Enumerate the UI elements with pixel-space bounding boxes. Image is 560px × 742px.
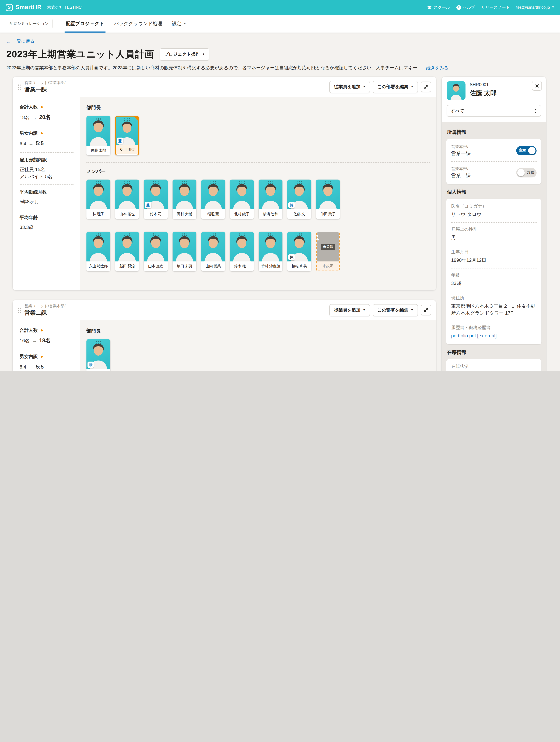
unregistered-person-icon (317, 234, 320, 241)
company-name: 株式会社 TESTINC (47, 5, 82, 10)
member-tile[interactable]: 兼鈴木 司 (144, 179, 168, 219)
department-members: 部門長佐藤 太郎兼及川 明香メンバー林 理子山本 拓也兼鈴木 司岡村 大輔稲垣 … (80, 97, 436, 290)
nav-tabs: 配置プロジェクトバックグラウンド処理設定▼ (61, 15, 191, 33)
help-link[interactable]: ? ヘルプ (456, 5, 475, 10)
arrow-right-icon: → (29, 365, 34, 370)
member-tile[interactable]: 永山 祐太郎 (87, 232, 110, 271)
member-tile[interactable]: 横溝 智和 (259, 179, 283, 219)
profile-field-label: 履歴書・職務経歴書 (451, 325, 537, 331)
account-email: test@smarthr.co.jp (516, 5, 550, 9)
stat-label: 平均年齢 (19, 214, 73, 221)
smarthr-logo[interactable]: S SmartHR (6, 4, 42, 11)
profile-field-label: 年齢 (451, 272, 537, 278)
arrow-right-icon: → (29, 141, 34, 147)
member-tile[interactable]: 鈴木 雄一 (230, 232, 254, 271)
member-tiles-row: 林 理子山本 拓也兼鈴木 司岡村 大輔稲垣 薫北村 綾子横溝 智和兼佐藤 文仲田… (87, 179, 430, 219)
member-tile[interactable]: 岡村 大輔 (172, 179, 196, 219)
stat-value: 正社員 15名アルバイト 5名 (19, 166, 73, 180)
employee-name: 佐藤 太郎 (470, 89, 497, 97)
account-menu[interactable]: test@smarthr.co.jp ▼ (516, 5, 554, 9)
department-stats: 合計人数16名→18名男女内訳6:4→5:5雇用形態内訳正社員 11名アルバイト… (13, 320, 80, 371)
logo-text: SmartHR (15, 4, 42, 11)
profile-field-row: 年齢33歳 (451, 268, 537, 291)
member-tile[interactable]: 仲田 葉子 (316, 179, 340, 219)
tab-1[interactable]: 配置プロジェクト (61, 15, 109, 33)
caret-down-icon: ▼ (411, 86, 413, 88)
add-employee-button[interactable]: 従業員を追加▼ (329, 304, 370, 316)
stat-value: 6:4→5:5 (19, 140, 73, 148)
read-more-link[interactable]: 続きをみる (426, 65, 448, 71)
profile-field-value: 1990年12月12日 (451, 257, 537, 264)
department-title: 営業一課 (24, 86, 65, 94)
member-tile[interactable]: 佐藤 太郎 (87, 116, 110, 155)
person-silhouette (144, 232, 168, 261)
profile-section-panel: 在籍状況在籍中雇用形態正社員入社年月日2016年12月12日退職年月日-----… (446, 359, 542, 371)
toggle-knob (528, 147, 536, 154)
unset-member-tile[interactable]: 未登録未設定 (316, 232, 340, 271)
person-silhouette (316, 179, 340, 209)
primary-duty-toggle[interactable]: 主務 (516, 146, 537, 155)
profile-field-label: 生年月日 (451, 249, 537, 255)
group-divider (87, 162, 430, 163)
person-silhouette (115, 179, 139, 209)
dept-head-label: 部門長 (87, 105, 430, 111)
release-notes-link[interactable]: リリースノート (481, 5, 510, 10)
add-employee-button[interactable]: 従業員を追加▼ (329, 81, 370, 93)
member-tile[interactable]: 兼及川 明香 (87, 339, 110, 371)
member-tile[interactable]: 北村 綾子 (230, 179, 254, 219)
member-tile[interactable]: 山本 慶次 (144, 232, 168, 271)
profile-filter-select[interactable]: すべて (447, 105, 541, 116)
member-tile[interactable]: 休植松 和義 (287, 232, 311, 271)
member-tile[interactable]: 新田 賢治 (115, 232, 139, 271)
member-name: 山内 愛菜 (201, 261, 225, 271)
collapse-department-button[interactable] (421, 305, 431, 315)
member-photo (316, 179, 340, 209)
tab-3[interactable]: 設定▼ (167, 15, 191, 33)
profile-file-link[interactable]: portfolio.pdf [external] (451, 333, 537, 339)
profile-field-value: 東京都港区六本木３丁目２−１ 住友不動産六本木グランドタワー 17F (451, 303, 537, 317)
member-tile[interactable]: 竹村 沙也加 (259, 232, 283, 271)
stat-item: 男女内訳6:4→5:5 (19, 350, 73, 371)
profile-field-label: 在籍状況 (451, 364, 537, 370)
project-actions-button[interactable]: プロジェクト操作 ▼ (160, 48, 209, 60)
member-name: 永山 祐太郎 (87, 261, 110, 271)
school-link[interactable]: スクール (427, 5, 450, 10)
profile-field-label: 現住所 (451, 295, 537, 301)
member-tile[interactable]: 兼佐藤 文 (287, 179, 311, 219)
stat-value: 33.3歳 (19, 224, 73, 231)
back-arrow-icon: ← (6, 39, 11, 44)
back-to-list-link[interactable]: ← 一覧に戻る (6, 39, 35, 45)
affiliation-section-title: 所属情報 (447, 129, 541, 136)
close-icon (535, 84, 539, 88)
member-tile[interactable]: 稲垣 薫 (201, 179, 225, 219)
stat-label: 男女内訳 (19, 354, 73, 360)
profile-sections: 個人情報氏名（ヨミガナ）サトウ タロウ戸籍上の性別男生年月日1990年12月12… (446, 189, 542, 371)
app-root: S SmartHR 株式会社 TESTINC スクール ? ヘルプ リリースノー… (0, 0, 560, 371)
person-silhouette (259, 179, 283, 209)
drag-handle-icon[interactable] (17, 307, 21, 313)
member-photo (172, 232, 196, 261)
member-photo (201, 232, 225, 261)
collapse-department-button[interactable] (421, 82, 431, 92)
member-tile[interactable]: 山内 愛菜 (201, 232, 225, 271)
stat-item: 合計人数18名→20名 (19, 100, 73, 126)
leave-badge: 休 (289, 254, 295, 260)
member-photo (230, 232, 254, 261)
edit-department-button[interactable]: この部署を編集▼ (373, 304, 418, 316)
person-silhouette (230, 232, 254, 261)
dept-head-label: 部門長 (87, 328, 430, 334)
close-panel-button[interactable] (532, 81, 542, 91)
drag-handle-icon[interactable] (17, 84, 21, 90)
member-tile[interactable]: 兼及川 明香 (115, 116, 139, 155)
member-name: 佐藤 文 (287, 209, 311, 219)
edit-department-button[interactable]: この部署を編集▼ (373, 81, 418, 93)
secondary-duty-toggle[interactable]: 兼務 (516, 168, 537, 177)
member-photo (87, 116, 110, 146)
person-silhouette (87, 232, 110, 261)
member-tile[interactable]: 林 理子 (87, 179, 110, 219)
tab-2[interactable]: バックグラウンド処理 (109, 15, 167, 33)
member-tile[interactable]: 山本 拓也 (115, 179, 139, 219)
person-silhouette (230, 179, 254, 209)
member-tile[interactable]: 坂田 未羽 (172, 232, 196, 271)
member-photo (115, 232, 139, 261)
